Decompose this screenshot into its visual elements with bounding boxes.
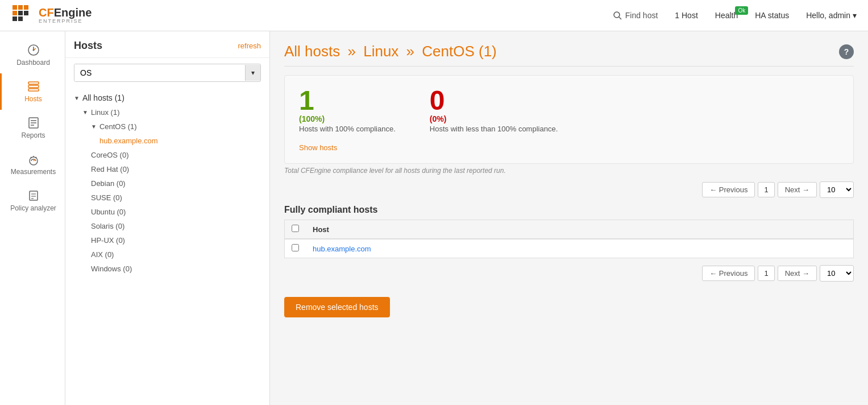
row-checkbox-cell <box>285 239 306 258</box>
tree-item-ubuntu[interactable]: Ubuntu (0) <box>65 205 269 219</box>
tree-label: AIX (0) <box>91 250 114 259</box>
non-compliant-percent: (0%) <box>430 114 558 123</box>
svg-line-21 <box>31 157 31 158</box>
hosts-sidebar-header: Hosts refresh <box>65 31 269 58</box>
svg-rect-2 <box>24 5 28 10</box>
ha-status: HA status <box>755 11 789 20</box>
svg-point-11 <box>32 49 34 51</box>
find-host-button[interactable]: Find host <box>613 11 658 20</box>
user-label: Hello, admin <box>806 11 850 20</box>
compliant-desc: Hosts with 100% compliance. <box>299 125 396 133</box>
cf-logo-icon <box>11 4 34 27</box>
reports-icon <box>27 117 40 129</box>
sidebar-dashboard-label: Dashboard <box>16 59 50 67</box>
host-link[interactable]: hub.example.com <box>313 245 371 253</box>
select-all-checkbox[interactable] <box>292 225 299 232</box>
prev-button-top[interactable]: ← Previous <box>702 182 755 197</box>
row-checkbox[interactable] <box>292 244 299 251</box>
search-icon <box>613 11 622 20</box>
prev-button-bottom[interactable]: ← Previous <box>702 266 755 281</box>
tree-leaf-label: hub.example.com <box>99 137 158 145</box>
sidebar-item-dashboard[interactable]: Dashboard <box>0 37 65 73</box>
os-select[interactable]: OS Ubuntu CentOS Debian Red Hat SUSE Win… <box>74 64 245 81</box>
tree-label: Red Hat (0) <box>91 165 129 173</box>
tree-label: Windows (0) <box>91 265 132 273</box>
tree-label: CentOS (1) <box>99 122 137 131</box>
svg-rect-3 <box>13 11 17 15</box>
breadcrumb-part2: Linux <box>363 43 398 60</box>
svg-rect-6 <box>13 16 17 21</box>
tree-item-solaris[interactable]: Solaris (0) <box>65 219 269 233</box>
brand: CFEngine ENTERPRISE <box>11 4 92 27</box>
tree-expand-icon <box>91 123 97 130</box>
tree-item-all-hosts[interactable]: All hosts (1) <box>65 90 269 105</box>
os-dropdown-arrow-icon: ▾ <box>245 65 260 81</box>
tree-label: All hosts (1) <box>82 93 124 102</box>
health-badge: Ok <box>735 6 748 15</box>
help-icon[interactable]: ? <box>839 44 854 59</box>
svg-rect-13 <box>28 85 39 88</box>
sidebar-hosts-label: Hosts <box>24 95 42 103</box>
tree-item-redhat[interactable]: Red Hat (0) <box>65 162 269 176</box>
compliance-card: 1 (100%) Hosts with 100% compliance. 0 (… <box>284 75 854 164</box>
tree-label: Linux (1) <box>91 108 120 117</box>
remove-selected-hosts-button[interactable]: Remove selected hosts <box>284 297 390 317</box>
sidebar-item-policy-analyzer[interactable]: Policy analyzer <box>0 183 65 219</box>
svg-rect-7 <box>18 16 23 21</box>
hosts-table: Host hub.example.com <box>284 220 854 258</box>
compliant-percent: (100%) <box>299 114 396 123</box>
compliance-note: Total CFEngine compliance level for all … <box>284 167 854 175</box>
tree-item-debian[interactable]: Debian (0) <box>65 176 269 191</box>
show-hosts-link[interactable]: Show hosts <box>299 143 337 152</box>
tree-label: Solaris (0) <box>91 222 124 230</box>
next-button-bottom[interactable]: Next → <box>778 266 817 281</box>
sidebar-item-reports[interactable]: Reports <box>0 110 65 146</box>
user-menu[interactable]: Hello, admin ▾ <box>806 11 857 20</box>
main-layout: Dashboard Hosts Reports <box>0 31 868 405</box>
host-cell: hub.example.com <box>306 239 854 258</box>
os-dropdown[interactable]: OS Ubuntu CentOS Debian Red Hat SUSE Win… <box>74 64 261 82</box>
icon-sidebar: Dashboard Hosts Reports <box>0 31 65 405</box>
hosts-icon <box>27 80 40 93</box>
breadcrumb-part3: CentOS (1) <box>422 43 497 60</box>
host-column-header: Host <box>306 220 854 239</box>
sidebar-policy-label: Policy analyzer <box>10 204 56 212</box>
hosts-tree: All hosts (1) Linux (1) CentOS (1) hub.e… <box>65 88 269 279</box>
svg-point-8 <box>614 12 620 18</box>
tree-item-hpux[interactable]: HP-UX (0) <box>65 233 269 247</box>
fully-compliant-title: Fully compliant hosts <box>284 205 854 215</box>
tree-label: SUSE (0) <box>91 193 122 202</box>
compliant-count: 1 <box>299 87 396 114</box>
tree-item-suse[interactable]: SUSE (0) <box>65 191 269 205</box>
page-num-top: 1 <box>758 182 774 197</box>
tree-item-hub[interactable]: hub.example.com <box>65 134 269 148</box>
hosts-sidebar-title: Hosts <box>74 40 102 52</box>
compliant-metric: 1 (100%) Hosts with 100% compliance. <box>299 87 396 133</box>
pagination-bottom: ← Previous 1 Next → 10 25 50 100 <box>284 265 854 282</box>
non-compliant-desc: Hosts with less than 100% compliance. <box>430 125 558 133</box>
tree-item-windows[interactable]: Windows (0) <box>65 262 269 276</box>
table-row: hub.example.com <box>285 239 854 258</box>
tree-label: Debian (0) <box>91 179 126 188</box>
chevron-down-icon: ▾ <box>853 11 857 20</box>
brand-text: CFEngine ENTERPRISE <box>39 6 92 24</box>
find-host-label: Find host <box>625 11 658 20</box>
next-button-top[interactable]: Next → <box>778 182 817 197</box>
tree-item-linux[interactable]: Linux (1) <box>65 105 269 119</box>
sidebar-item-measurements[interactable]: Measurements <box>0 146 65 183</box>
sidebar-item-hosts[interactable]: Hosts <box>0 73 65 110</box>
measurements-icon <box>27 153 40 166</box>
sidebar-measurements-label: Measurements <box>11 168 56 176</box>
refresh-link[interactable]: refresh <box>238 42 261 50</box>
per-page-select-top[interactable]: 10 25 50 100 <box>820 181 854 198</box>
tree-item-aix[interactable]: AIX (0) <box>65 247 269 262</box>
per-page-select-bottom[interactable]: 10 25 50 100 <box>820 265 854 282</box>
tree-item-coreos[interactable]: CoreOS (0) <box>65 148 269 162</box>
tree-item-centos[interactable]: CentOS (1) <box>65 119 269 134</box>
breadcrumb: All hosts » Linux » CentOS (1) <box>284 43 497 60</box>
tree-label: Ubuntu (0) <box>91 208 126 216</box>
host-count: 1 Host <box>675 11 697 20</box>
page-header: All hosts » Linux » CentOS (1) ? <box>284 43 854 60</box>
svg-rect-1 <box>18 5 23 10</box>
page-num-bottom: 1 <box>758 266 774 281</box>
